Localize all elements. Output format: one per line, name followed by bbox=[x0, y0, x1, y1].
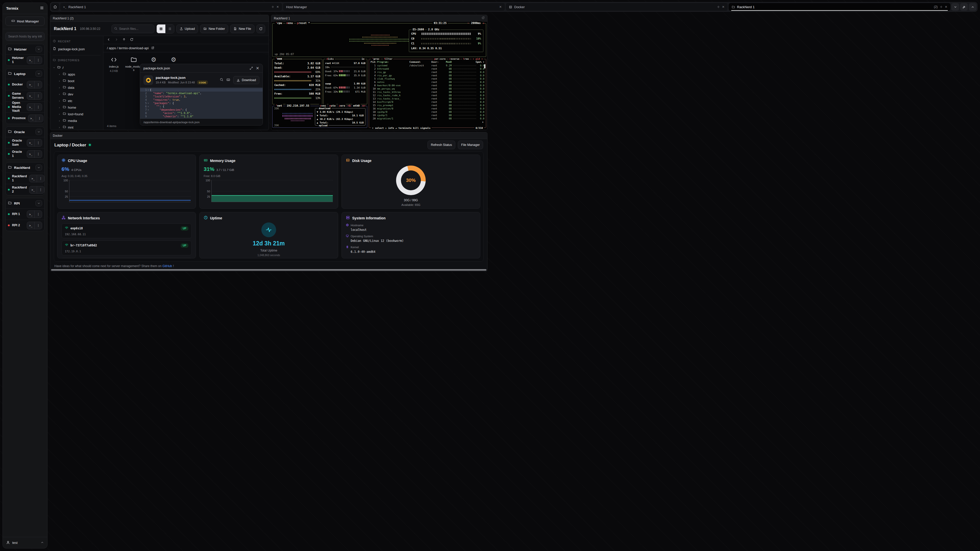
host-menu-button[interactable]: ⋮ bbox=[35, 211, 42, 218]
group-header[interactable]: Laptop bbox=[6, 68, 45, 79]
process-row[interactable]: 16 migration/0 root 0B 0.0 bbox=[369, 107, 486, 110]
download-button[interactable]: Download bbox=[233, 76, 259, 84]
tree-root-item[interactable]: / bbox=[53, 64, 100, 71]
refresh-button[interactable] bbox=[256, 24, 265, 33]
chevron-down-icon[interactable] bbox=[35, 165, 42, 171]
interface-item[interactable]: enp6s18 UP 192.168.68.11 bbox=[62, 224, 192, 238]
upload-button[interactable]: Upload bbox=[177, 24, 198, 33]
host-item[interactable]: Hetzner 1 >_⋮ bbox=[6, 54, 45, 65]
host-menu-button[interactable]: ⋮ bbox=[35, 151, 42, 158]
chevron-down-icon[interactable] bbox=[35, 129, 42, 135]
chevron-down-icon[interactable] bbox=[35, 200, 42, 206]
tree-directory-item[interactable]: › dev bbox=[53, 91, 100, 97]
chevron-down-icon[interactable] bbox=[35, 71, 42, 77]
up-icon[interactable] bbox=[122, 38, 126, 42]
chevron-down-icon[interactable] bbox=[35, 46, 42, 52]
group-header[interactable]: RPI bbox=[6, 198, 45, 208]
process-row[interactable]: 18 cpuhp/0 root 0B 0.0 bbox=[369, 110, 486, 114]
process-row[interactable]: 1 systemd /sbin/init root 9.2M 0.0 bbox=[369, 64, 486, 67]
process-row[interactable]: 15 rcu_preempt root 0B 0.0 bbox=[369, 103, 486, 107]
file-manager-button[interactable]: File Manager bbox=[458, 141, 483, 149]
proc-reverse[interactable]: reverse bbox=[449, 57, 460, 60]
host-terminal-button[interactable]: >_ bbox=[28, 115, 36, 122]
process-row[interactable]: 11 rcu_tasks_kthrea root 0B 0.0 bbox=[369, 90, 486, 94]
terminal-screen[interactable]: ¹cpu menu preset * 03:31:25 −2000ms+ E5-… bbox=[271, 22, 487, 130]
back-icon[interactable] bbox=[107, 38, 110, 42]
tree-directory-item[interactable]: › lost+found bbox=[53, 111, 100, 118]
process-row[interactable]: 13 rcu_tasks_trace_ root 0B 0.0 bbox=[369, 97, 486, 100]
grid-view-button[interactable] bbox=[157, 24, 165, 33]
process-row[interactable]: 10 mm_percpu_wq root 0B 0.0 bbox=[369, 87, 486, 90]
host-terminal-button[interactable]: >_ bbox=[27, 103, 35, 111]
host-menu-button[interactable]: ⋮ bbox=[35, 57, 42, 64]
host-menu-button[interactable]: ⋮ bbox=[35, 81, 42, 88]
process-row[interactable]: 6 netns root 0B 0.0 bbox=[369, 80, 486, 84]
host-menu-button[interactable]: ⋮ bbox=[35, 92, 42, 100]
host-terminal-button[interactable]: >_ bbox=[27, 139, 35, 146]
host-item[interactable]: Game Servers >_⋮ bbox=[6, 90, 45, 101]
group-header[interactable]: RackNerd bbox=[6, 162, 45, 173]
tree-directory-item[interactable]: › data bbox=[53, 84, 100, 91]
forward-icon[interactable] bbox=[115, 38, 118, 42]
host-manager-button[interactable]: Host Manager bbox=[5, 17, 45, 26]
interface-item[interactable]: br-d6abe1b5cab4 UP 172.20.0.1 bbox=[62, 258, 192, 259]
tree-directory-item[interactable]: › home bbox=[53, 104, 100, 111]
proc-filter[interactable]: filter bbox=[383, 57, 393, 60]
host-item[interactable]: Proxmox >_⋮ bbox=[6, 113, 45, 124]
interface-item[interactable]: br-73718f7a09d2 UP 172.19.0.1 bbox=[62, 241, 192, 256]
host-terminal-button[interactable]: >_ bbox=[29, 175, 37, 182]
home-button[interactable] bbox=[51, 3, 59, 11]
tree-directory-item[interactable]: › mnt bbox=[53, 124, 100, 130]
search-icon[interactable] bbox=[220, 78, 223, 83]
host-menu-button[interactable]: ⋮ bbox=[35, 139, 42, 146]
process-row[interactable]: 3 rcu_gp root 0B 0.0 bbox=[369, 70, 486, 74]
proc-per-core[interactable]: per-core bbox=[433, 57, 446, 60]
tree-directory-item[interactable]: › media bbox=[53, 118, 100, 124]
host-menu-button[interactable]: ⋮ bbox=[36, 115, 43, 122]
process-row[interactable]: 12 rcu_tasks_rude_k root 0B 0.0 bbox=[369, 94, 486, 97]
net-zero[interactable]: zero bbox=[338, 104, 346, 107]
group-header[interactable]: Oracle bbox=[6, 127, 45, 137]
keyboard-icon[interactable] bbox=[226, 78, 230, 83]
process-row[interactable]: 8 kworker/0:0H-eve root 0B 0.0 bbox=[369, 84, 486, 87]
tab-host-manager[interactable]: Host Manager ✕ bbox=[283, 3, 490, 11]
refresh-status-button[interactable]: Refresh Status bbox=[428, 141, 455, 149]
tree-directory-item[interactable]: › apps bbox=[53, 71, 100, 78]
code-preview[interactable]: 1∨{ 2∨ "name": "termix-download-api", 3∨… bbox=[140, 87, 262, 119]
process-row[interactable]: 4 rcu_par_gp root 0B 0.0 bbox=[369, 74, 486, 77]
list-view-button[interactable] bbox=[165, 24, 174, 33]
host-terminal-button[interactable]: >_ bbox=[27, 92, 35, 100]
host-item[interactable]: Oracle Sam >_⋮ bbox=[6, 137, 45, 148]
expand-icon[interactable] bbox=[250, 67, 253, 70]
file-search-input[interactable] bbox=[119, 27, 152, 30]
close-icon[interactable]: ✕ bbox=[256, 66, 259, 71]
tree-directory-item[interactable]: › etc bbox=[53, 97, 100, 104]
host-terminal-button[interactable]: >_ bbox=[27, 57, 35, 64]
host-item[interactable]: Oracle 1 >_⋮ bbox=[6, 148, 45, 159]
github-link[interactable]: GitHub bbox=[162, 264, 172, 268]
host-item[interactable]: Open Media Vault >_⋮ bbox=[6, 101, 45, 113]
split-icon[interactable] bbox=[271, 5, 274, 8]
tree-directory-item[interactable]: › boot bbox=[53, 78, 100, 84]
host-item[interactable]: RPI 1 >_⋮ bbox=[6, 208, 45, 220]
host-terminal-button[interactable]: >_ bbox=[27, 222, 35, 229]
host-menu-button[interactable]: ⋮ bbox=[35, 103, 42, 111]
tab-racknerd1-terminal[interactable]: >_ RackNerd 1 ✕ bbox=[60, 3, 282, 11]
new-folder-button[interactable]: New Folder bbox=[200, 24, 228, 33]
host-terminal-button[interactable]: >_ bbox=[27, 211, 35, 218]
new-file-button[interactable]: New File bbox=[230, 24, 255, 33]
file-item-indexjs[interactable]: index.js 4.3 KB bbox=[105, 56, 123, 73]
process-row[interactable]: 5 slub_flushwq root 0B 0.0 bbox=[369, 77, 486, 80]
proc-pid-nav[interactable]: < pid > bbox=[472, 57, 484, 60]
refresh-icon[interactable] bbox=[130, 38, 134, 42]
recent-file-item[interactable]: package-lock.json bbox=[53, 45, 100, 52]
host-item[interactable]: Docker >_⋮ bbox=[6, 79, 45, 90]
file-search[interactable] bbox=[111, 24, 154, 33]
host-menu-button[interactable]: ⋮ bbox=[35, 222, 42, 229]
host-item[interactable]: RackNerd 1 >_⋮ bbox=[6, 173, 45, 184]
process-row[interactable]: 19 cpuhp/1 root 0B 0.0 bbox=[369, 114, 486, 117]
host-item[interactable]: RackNerd 2 >_⋮ bbox=[6, 184, 45, 195]
close-icon[interactable]: ✕ bbox=[277, 5, 279, 9]
btop-preset[interactable]: preset * bbox=[296, 21, 311, 25]
btop-menu[interactable]: menu bbox=[286, 21, 293, 25]
